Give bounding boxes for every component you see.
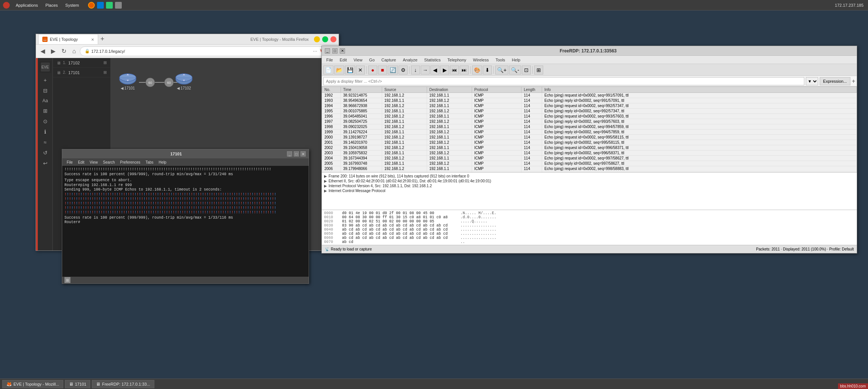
ws-menu-telephony[interactable]: Telephony	[444, 57, 469, 63]
ws-btn-scroll-end[interactable]: ↓	[411, 66, 420, 75]
detail-icmp[interactable]: ▶ Internet Control Message Protocol	[324, 188, 855, 193]
ws-btn-zoom-normal[interactable]: ⊡	[522, 66, 531, 75]
topology-node-17101[interactable]: ◀ 17101	[118, 72, 137, 90]
ws-menu-go[interactable]: Go	[366, 57, 378, 63]
table-row[interactable]: 199238.923214875192.168.1.2192.168.1.1IC…	[322, 93, 857, 98]
panel-item-17102[interactable]: 🖥 1. 17102 ⊞	[53, 58, 111, 68]
places-menu[interactable]: Places	[42, 2, 61, 8]
sidebar-icon-remove[interactable]: ⊟	[38, 86, 52, 95]
ws-btn-open[interactable]: 📂	[334, 66, 344, 75]
ws-filter-input[interactable]	[323, 77, 804, 85]
terminal-menu-help[interactable]: Help	[157, 160, 169, 165]
ws-btn-last[interactable]: ⏭	[460, 66, 469, 75]
taskbar-item-freerdp[interactable]: 🖥 FreeRDP: 172.17.0.1:33...	[92, 380, 154, 388]
table-row[interactable]: 199939.114276224192.168.1.1192.168.1.2IC…	[322, 130, 857, 135]
sidebar-icon-network[interactable]: ≈	[38, 137, 52, 147]
wireshark-win-close[interactable]: ✕	[340, 48, 345, 54]
detail-ip[interactable]: ▶ Internet Protocol Version 4, Src: 192.…	[324, 183, 855, 188]
table-row[interactable]: 199639.045485041192.168.1.2192.168.1.1IC…	[322, 114, 857, 119]
ws-btn-zoom-in[interactable]: 🔍+	[495, 66, 508, 75]
ws-menu-file[interactable]: File	[323, 57, 336, 63]
ws-menu-analyze[interactable]: Analyze	[400, 57, 420, 63]
table-row[interactable]: 199539.001075885192.168.1.1192.168.1.2IC…	[322, 109, 857, 114]
ws-menu-tools[interactable]: Tools	[493, 57, 508, 63]
terminal-menu-file[interactable]: File	[64, 160, 75, 165]
ws-btn-close[interactable]: ✕	[356, 66, 365, 75]
ws-btn-colorize[interactable]: 🎨	[472, 66, 482, 75]
wireshark-win-minimize[interactable]: _	[325, 48, 330, 54]
sidebar-icon-grid[interactable]: ⊞	[38, 106, 52, 116]
terminal-close-btn[interactable]: ✕	[300, 151, 306, 156]
terminal-menu-search[interactable]: Search	[101, 160, 117, 165]
sidebar-icon-refresh[interactable]: ↺	[38, 148, 52, 158]
ws-btn-stop[interactable]: ■	[378, 66, 387, 75]
tab-close-button[interactable]: ×	[91, 37, 94, 42]
ws-btn-autoscroll[interactable]: ⬇	[483, 66, 492, 75]
detail-ethernet[interactable]: ▶ Ethernet II, Src: d0:02:4d:2f:00:01 (d…	[324, 179, 855, 183]
ws-menu-edit[interactable]: Edit	[337, 57, 350, 63]
ws-btn-new-capture[interactable]: 📄	[323, 66, 333, 75]
apps-menu[interactable]: Applications	[13, 2, 41, 8]
sidebar-icon-back[interactable]: ↩	[38, 158, 52, 168]
taskbar-item-terminal[interactable]: 🖥 17101	[65, 380, 91, 388]
forward-button[interactable]: ▶	[49, 47, 58, 55]
table-row[interactable]: 199739.082504725192.168.1.1192.168.1.2IC…	[322, 119, 857, 124]
panel-action-icon[interactable]: ⊞	[103, 60, 107, 65]
ws-expression-button[interactable]: Expression...	[820, 77, 850, 85]
table-row[interactable]: 200239.150419058192.168.1.2192.168.1.1IC…	[322, 145, 857, 151]
sidebar-icon-info[interactable]: ℹ	[38, 127, 52, 137]
terminal-menu-preferences[interactable]: Preferences	[118, 160, 143, 165]
table-row[interactable]: 200139.146201970192.168.1.1192.168.1.2IC…	[322, 140, 857, 145]
ws-filter-dropdown[interactable]: ▼	[806, 77, 818, 85]
ws-btn-restart[interactable]: 🔄	[388, 66, 398, 75]
ws-menu-view[interactable]: View	[351, 57, 366, 63]
terminal-menu-edit[interactable]: Edit	[76, 160, 87, 165]
ws-btn-next[interactable]: ▶	[440, 66, 449, 75]
sidebar-icon-circle[interactable]: ⊙	[38, 116, 52, 126]
ws-menu-capture[interactable]: Capture	[378, 57, 399, 63]
address-bar[interactable]: 🔒 172.17.0.1/legacy/ ⋯ 🔖 ☆	[80, 46, 336, 56]
terminal-minimize-btn[interactable]: _	[287, 151, 292, 156]
ws-btn-reload[interactable]: ●	[368, 66, 377, 75]
table-row[interactable]: 199438.966672938192.168.1.2192.168.1.1IC…	[322, 103, 857, 109]
reload-button[interactable]: ↻	[59, 47, 69, 55]
system-menu[interactable]: System	[62, 2, 82, 8]
ws-btn-prev[interactable]: ◀	[430, 66, 439, 75]
panel-action-icon-2[interactable]: ⊞	[103, 70, 107, 75]
panel-item-17101[interactable]: 🖥 2. 17101 ⊞	[53, 68, 111, 78]
terminal-maximize-btn[interactable]: □	[294, 151, 299, 156]
topology-node-17102[interactable]: ◀ 17102	[175, 72, 193, 90]
ws-btn-first[interactable]: ⏮	[450, 66, 459, 75]
ws-btn-go-to[interactable]: →	[421, 66, 430, 75]
ws-menu-wireless[interactable]: Wireless	[470, 57, 492, 63]
ws-btn-resize-cols[interactable]: ⊞	[534, 66, 543, 75]
ws-btn-options[interactable]: ⚙	[399, 66, 408, 75]
ws-menu-help[interactable]: Help	[509, 57, 523, 63]
terminal-menu-view[interactable]: View	[87, 160, 100, 165]
table-row[interactable]: 199839.090232025192.168.1.2192.168.1.1IC…	[322, 124, 857, 130]
table-row[interactable]: 200439.167344394192.168.1.2192.168.1.1IC…	[322, 156, 857, 161]
terminal-menu-tabs[interactable]: Tabs	[143, 160, 155, 165]
sidebar-icon-add[interactable]: +	[38, 75, 52, 85]
ws-btn-save[interactable]: 💾	[345, 66, 355, 75]
browser-tab-active[interactable]: 🦊 EVE | Topology ×	[38, 34, 98, 44]
close-button[interactable]	[330, 36, 336, 42]
table-row[interactable]: 199338.954963654192.168.1.1192.168.1.2IC…	[322, 98, 857, 103]
table-row[interactable]: 200339.105975832192.168.1.1192.168.1.2IC…	[322, 151, 857, 156]
address-menu-icon[interactable]: ⋯	[313, 49, 317, 54]
ws-menu-statistics[interactable]: Statistics	[421, 57, 444, 63]
new-tab-button[interactable]: +	[98, 34, 107, 44]
table-row[interactable]: 200539.167993748192.168.1.1192.168.1.2IC…	[322, 161, 857, 166]
taskbar-item-firefox[interactable]: 🦊 EVE | Topology - Mozill...	[2, 380, 63, 388]
wireshark-win-maximize[interactable]: □	[332, 48, 338, 54]
sidebar-icon-text[interactable]: Aa	[38, 96, 52, 105]
home-button[interactable]: ⌂	[70, 47, 78, 55]
ws-btn-zoom-out[interactable]: 🔍-	[509, 66, 521, 75]
detail-frame[interactable]: ▶ Frame 200: 114 bytes on wire (912 bits…	[324, 174, 855, 179]
table-row[interactable]: 200039.139198727192.168.1.2192.168.1.1IC…	[322, 135, 857, 140]
restore-button[interactable]	[322, 36, 328, 42]
minimize-button[interactable]	[314, 36, 320, 42]
ws-plus-button[interactable]: +	[852, 78, 855, 85]
back-button[interactable]: ◀	[38, 47, 47, 55]
table-row[interactable]: 200639.179948066192.168.1.2192.168.1.1IC…	[322, 166, 857, 171]
